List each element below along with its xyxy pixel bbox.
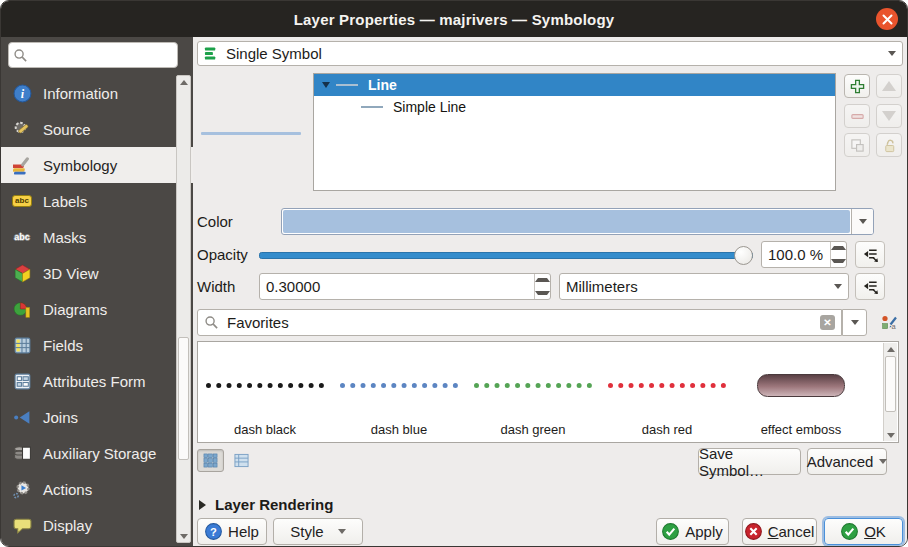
advanced-button[interactable]: Advanced (807, 448, 887, 475)
spin-up-icon[interactable] (831, 242, 846, 255)
sidebar-scrollbar[interactable] (176, 75, 191, 543)
sidebar-item-label: Masks (43, 229, 86, 246)
expand-arrow-icon[interactable] (322, 82, 330, 88)
save-symbol-button[interactable]: Save Symbol… (698, 448, 801, 475)
data-defined-override-icon (862, 278, 879, 295)
scroll-up-icon[interactable] (887, 347, 895, 352)
sidebar-item-symbology[interactable]: Symbology (1, 147, 193, 183)
renderer-combobox[interactable]: Single Symbol (197, 41, 903, 66)
close-button[interactable] (876, 8, 898, 30)
dash-black-preview (206, 383, 324, 388)
titlebar: Layer Properties — majrivers — Symbology (1, 1, 907, 37)
apply-button[interactable]: Apply (656, 518, 729, 545)
icon-view-toggle-button[interactable] (197, 449, 224, 472)
svg-text:?: ? (210, 526, 217, 538)
symbol-item-dash-blue[interactable]: dash blue (332, 342, 466, 442)
lock-color-button[interactable] (876, 133, 902, 157)
spin-down-icon[interactable] (831, 255, 846, 268)
symbol-item-label: effect emboss (734, 422, 868, 437)
symbol-filter-input[interactable] (225, 313, 814, 332)
sidebar-item-actions[interactable]: Actions (1, 471, 193, 507)
search-icon (204, 315, 219, 330)
sidebar-item-3d-view[interactable]: 3D View (1, 255, 193, 291)
attributes-form-icon (12, 371, 32, 391)
spin-down-icon[interactable] (535, 287, 550, 300)
sidebar-item-display[interactable]: Display (1, 507, 193, 543)
style-manager-icon: a (880, 314, 898, 332)
sidebar-item-label: Auxiliary Storage (43, 445, 156, 462)
tree-item-label: Line (368, 77, 397, 93)
labels-icon: abc (12, 191, 32, 211)
duplicate-button[interactable] (844, 133, 870, 157)
spin-up-icon[interactable] (535, 274, 550, 287)
style-manager-button[interactable]: a (876, 309, 902, 336)
width-unit-combobox[interactable]: Millimeters (559, 273, 849, 300)
slider-track[interactable] (259, 252, 753, 259)
cancel-icon (745, 523, 762, 540)
duplicate-icon (850, 138, 865, 153)
help-button[interactable]: ? Help (197, 518, 267, 545)
scrollbar-thumb[interactable] (178, 337, 189, 460)
opacity-slider[interactable] (259, 243, 753, 266)
chevron-down-icon (338, 529, 346, 534)
layer-rendering-section-header[interactable]: Layer Rendering (199, 496, 333, 513)
sidebar-item-information[interactable]: i Information (1, 75, 193, 111)
sidebar: i Information Source Symbology abc Label… (1, 37, 193, 546)
list-view-toggle-button[interactable] (228, 449, 255, 472)
cancel-button[interactable]: Cancel (742, 518, 817, 545)
symbol-item-effect-emboss[interactable]: effect emboss (734, 342, 868, 442)
symbol-item-dash-green[interactable]: dash green (466, 342, 600, 442)
symbol-tree-item-line[interactable]: Line (314, 74, 835, 96)
style-button[interactable]: Style (273, 518, 363, 545)
layer-properties-dialog: Layer Properties — majrivers — Symbology… (0, 0, 908, 547)
minus-icon (850, 109, 865, 124)
sidebar-item-auxiliary-storage[interactable]: Auxiliary Storage (1, 435, 193, 471)
clear-filter-icon[interactable]: ✕ (820, 315, 835, 330)
sidebar-item-label: Symbology (43, 157, 117, 174)
lock-open-icon (882, 138, 897, 153)
opacity-spinbox (761, 241, 847, 268)
move-down-button[interactable] (876, 104, 902, 128)
remove-symbol-layer-button[interactable] (844, 104, 870, 128)
scroll-down-icon[interactable] (180, 534, 188, 539)
sidebar-item-label: Joins (43, 409, 78, 426)
color-button[interactable] (281, 208, 874, 235)
sidebar-item-diagrams[interactable]: Diagrams (1, 291, 193, 327)
width-input[interactable] (260, 274, 534, 299)
sidebar-item-masks[interactable]: abc Masks (1, 219, 193, 255)
collapse-arrow-icon (199, 500, 206, 510)
scrollbar-thumb[interactable] (885, 356, 896, 412)
opacity-input[interactable] (762, 242, 830, 267)
slider-handle[interactable] (734, 246, 753, 265)
symbology-panel: Single Symbol Line Simple Line (193, 37, 907, 546)
sidebar-item-source[interactable]: Source (1, 111, 193, 147)
joins-icon (12, 407, 32, 427)
arrow-up-icon (882, 81, 896, 91)
color-dropdown-arrow[interactable] (851, 209, 873, 234)
ok-button[interactable]: OK (824, 518, 903, 545)
scroll-down-icon[interactable] (887, 433, 895, 438)
sidebar-item-attributes-form[interactable]: Attributes Form (1, 363, 193, 399)
sidebar-item-fields[interactable]: Fields (1, 327, 193, 363)
sidebar-search-input[interactable] (28, 46, 173, 64)
symbol-item-dash-red[interactable]: dash red (600, 342, 734, 442)
scroll-up-icon[interactable] (180, 80, 188, 85)
symbol-item-dash-black[interactable]: dash black (198, 342, 332, 442)
symbol-panel-scrollbar[interactable] (883, 343, 897, 441)
simple-line-symbol-icon (361, 106, 383, 108)
sidebar-item-label: Labels (43, 193, 87, 210)
arrow-down-icon (882, 111, 896, 121)
width-data-defined-override-button[interactable] (855, 273, 885, 300)
opacity-data-defined-override-button[interactable] (855, 241, 885, 268)
symbol-tree-item-simple-line[interactable]: Simple Line (314, 96, 835, 118)
single-symbol-icon (204, 46, 219, 61)
add-symbol-layer-button[interactable] (844, 74, 870, 98)
move-up-button[interactable] (876, 74, 902, 98)
auxiliary-storage-icon (12, 443, 32, 463)
sidebar-item-label: Fields (43, 337, 83, 354)
symbol-item-label: dash black (198, 422, 332, 437)
display-icon (12, 515, 32, 535)
sidebar-item-labels[interactable]: abc Labels (1, 183, 193, 219)
filter-dropdown-button[interactable] (842, 309, 867, 336)
sidebar-item-joins[interactable]: Joins (1, 399, 193, 435)
